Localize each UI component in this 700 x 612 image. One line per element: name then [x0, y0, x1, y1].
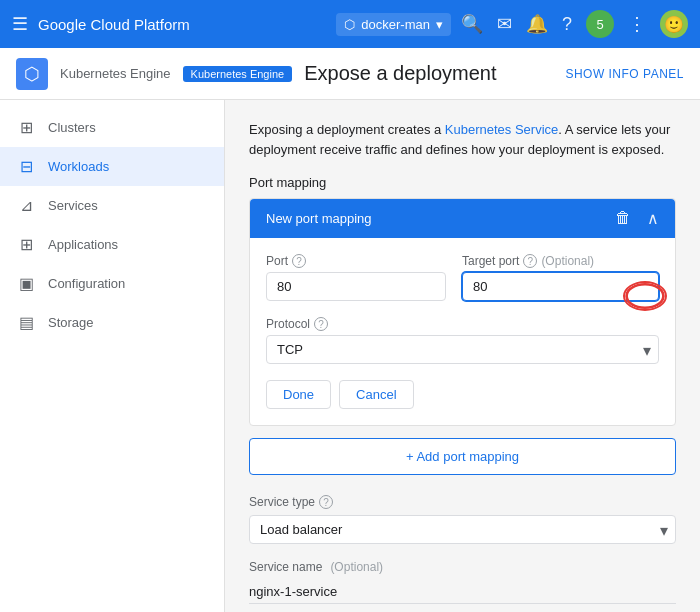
- service-name-label: Service name (Optional): [249, 560, 676, 574]
- port-group: Port ?: [266, 254, 446, 301]
- kubernetes-service-link[interactable]: Kubernetes Service: [445, 122, 558, 137]
- delete-icon[interactable]: 🗑: [615, 209, 631, 228]
- services-label: Services: [48, 198, 98, 213]
- top-navigation: ☰ Google Cloud Platform ⬡ docker-man ▾ 🔍…: [0, 0, 700, 48]
- breadcrumb: Kubernetes Engine: [60, 66, 171, 81]
- project-selector[interactable]: ⬡ docker-man ▾: [336, 13, 451, 36]
- service-name-section: Service name (Optional): [249, 560, 676, 604]
- project-name: docker-man: [361, 17, 430, 32]
- form-actions: Done Cancel: [266, 380, 659, 409]
- workloads-label: Workloads: [48, 159, 109, 174]
- card-header-icons: 🗑 ∧: [615, 209, 659, 228]
- target-port-group: Target port ? (Optional): [462, 254, 659, 301]
- configuration-icon: ▣: [16, 274, 36, 293]
- applications-label: Applications: [48, 237, 118, 252]
- service-type-label: Service type ?: [249, 495, 676, 509]
- protocol-label: Protocol ?: [266, 317, 659, 331]
- sidebar-item-workloads[interactable]: ⊟ Workloads: [0, 147, 224, 186]
- intro-text: Exposing a deployment creates a Kubernet…: [249, 120, 676, 159]
- add-port-mapping-button[interactable]: + Add port mapping: [249, 438, 676, 475]
- card-title: New port mapping: [266, 211, 372, 226]
- service-type-select[interactable]: Load balancer ClusterIP NodePort: [249, 515, 676, 544]
- service-name-optional: (Optional): [330, 560, 383, 574]
- show-info-panel-button[interactable]: SHOW INFO PANEL: [565, 67, 684, 81]
- target-port-help-icon[interactable]: ?: [523, 254, 537, 268]
- email-icon[interactable]: ✉: [497, 13, 512, 35]
- sidebar-item-applications[interactable]: ⊞ Applications: [0, 225, 224, 264]
- project-icon: ⬡: [344, 17, 355, 32]
- cancel-button[interactable]: Cancel: [339, 380, 413, 409]
- workloads-icon: ⊟: [16, 157, 36, 176]
- port-label: Port ?: [266, 254, 446, 268]
- avatar[interactable]: 5: [586, 10, 614, 38]
- card-body: Port ? Target port ? (Optional): [250, 238, 675, 425]
- configuration-label: Configuration: [48, 276, 125, 291]
- port-mapping-card: New port mapping 🗑 ∧ Port ?: [249, 198, 676, 426]
- protocol-help-icon[interactable]: ?: [314, 317, 328, 331]
- sidebar-item-services[interactable]: ⊿ Services: [0, 186, 224, 225]
- main-layout: ⊞ Clusters ⊟ Workloads ⊿ Services ⊞ Appl…: [0, 100, 700, 612]
- services-icon: ⊿: [16, 196, 36, 215]
- service-type-help-icon[interactable]: ?: [319, 495, 333, 509]
- service-name-input[interactable]: [249, 580, 676, 604]
- target-port-input[interactable]: [462, 272, 659, 301]
- protocol-select[interactable]: TCP UDP: [266, 335, 659, 364]
- target-port-label: Target port ? (Optional): [462, 254, 659, 268]
- notification-icon[interactable]: 🔔: [526, 13, 548, 35]
- sub-header: ⬡ Kubernetes Engine Kubernetes Engine Ex…: [0, 48, 700, 100]
- breadcrumb-badge: Kubernetes Engine: [183, 66, 293, 82]
- clusters-label: Clusters: [48, 120, 96, 135]
- user-avatar-image: 🙂: [660, 10, 688, 38]
- card-header: New port mapping 🗑 ∧: [250, 199, 675, 238]
- storage-label: Storage: [48, 315, 94, 330]
- sidebar-item-storage[interactable]: ▤ Storage: [0, 303, 224, 342]
- help-icon[interactable]: ?: [562, 14, 572, 35]
- clusters-icon: ⊞: [16, 118, 36, 137]
- k8s-icon: ⬡: [16, 58, 48, 90]
- port-mapping-section-label: Port mapping: [249, 175, 676, 190]
- protocol-group: Protocol ? TCP UDP ▾: [266, 317, 659, 364]
- done-button[interactable]: Done: [266, 380, 331, 409]
- storage-icon: ▤: [16, 313, 36, 332]
- port-help-icon[interactable]: ?: [292, 254, 306, 268]
- service-type-section: Service type ? Load balancer ClusterIP N…: [249, 495, 676, 544]
- more-icon[interactable]: ⋮: [628, 13, 646, 35]
- collapse-icon[interactable]: ∧: [647, 209, 659, 228]
- sidebar-item-clusters[interactable]: ⊞ Clusters: [0, 108, 224, 147]
- sidebar: ⊞ Clusters ⊟ Workloads ⊿ Services ⊞ Appl…: [0, 100, 225, 612]
- protocol-select-wrapper: TCP UDP ▾: [266, 335, 659, 364]
- port-input[interactable]: [266, 272, 446, 301]
- port-target-row: Port ? Target port ? (Optional): [266, 254, 659, 301]
- applications-icon: ⊞: [16, 235, 36, 254]
- nav-icons: 🔍 ✉ 🔔 ? 5 ⋮ 🙂: [461, 10, 688, 38]
- sidebar-item-configuration[interactable]: ▣ Configuration: [0, 264, 224, 303]
- target-port-wrapper: [462, 272, 659, 301]
- content-area: Exposing a deployment creates a Kubernet…: [225, 100, 700, 612]
- project-dropdown-icon: ▾: [436, 17, 443, 32]
- service-type-select-wrapper: Load balancer ClusterIP NodePort ▾: [249, 515, 676, 544]
- target-port-optional: (Optional): [541, 254, 594, 268]
- app-title: Google Cloud Platform: [38, 16, 326, 33]
- search-icon[interactable]: 🔍: [461, 13, 483, 35]
- page-title: Expose a deployment: [304, 62, 496, 85]
- menu-icon[interactable]: ☰: [12, 13, 28, 35]
